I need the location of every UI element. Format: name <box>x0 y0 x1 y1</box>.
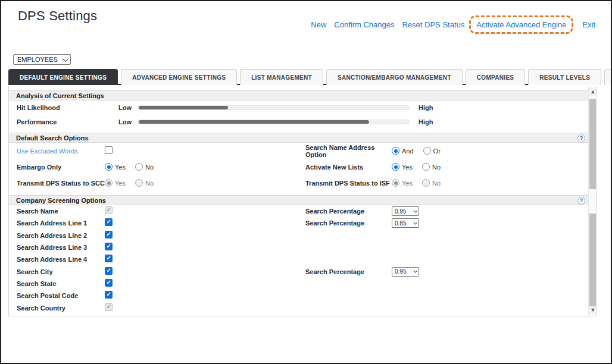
search-state-checkbox[interactable] <box>105 279 113 287</box>
dps-settings-window: DPS Settings New Confirm Changes Reset D… <box>0 0 612 364</box>
slider-label: Performance <box>17 118 118 125</box>
action-bar: New Confirm Changes Reset DPS Status Act… <box>303 15 595 34</box>
use-excluded-words-checkbox[interactable] <box>105 146 113 154</box>
confirm-changes-link[interactable]: Confirm Changes <box>334 20 394 29</box>
tab-default-engine-settings[interactable]: DEFAULT ENGINE SETTINGS <box>8 69 118 85</box>
radio-label: Yes <box>115 164 126 171</box>
radio-yes[interactable] <box>392 163 399 171</box>
search-address-line-4-checkbox[interactable] <box>105 255 113 262</box>
search-address-line-4-label: Search Address Line 4 <box>17 256 105 263</box>
exit-link[interactable]: Exit <box>582 20 595 29</box>
tab-result-levels[interactable]: RESULT LEVELS <box>528 69 601 85</box>
radio-or[interactable] <box>423 147 431 155</box>
screening-row: Search Address Line 1 Search Percentage … <box>9 217 588 229</box>
radio-and[interactable] <box>392 147 399 155</box>
search-address-line-1-checkbox[interactable] <box>105 218 113 226</box>
radio-label: No <box>145 180 154 187</box>
radio-no[interactable] <box>422 163 430 171</box>
high-label: High <box>410 118 588 125</box>
screening-row: Search Name Search Percentage 0.95 <box>9 205 588 217</box>
section-header-default-search: Default Search Options ? <box>9 133 588 143</box>
tab-list-management[interactable]: LIST MANAGEMENT <box>240 69 323 85</box>
vertical-scrollbar[interactable] <box>588 86 596 316</box>
search-postal-code-label: Search Postal Code <box>17 292 105 299</box>
entity-type-select[interactable]: EMPLOYEES <box>13 54 71 65</box>
option-row: Use Excluded Words Search Name Address O… <box>9 143 588 159</box>
search-percentage-select[interactable]: 0.95 <box>392 206 419 216</box>
search-country-checkbox-disabled <box>105 303 113 311</box>
radio-label: Yes <box>402 180 413 187</box>
hit-likelihood-meter <box>138 105 410 110</box>
search-name-address-option-label: Search Name Address Option <box>305 144 392 158</box>
tab-companies[interactable]: COMPANIES <box>466 69 526 85</box>
radio-label: Yes <box>402 164 413 171</box>
search-percentage-label: Search Percentage <box>305 208 392 215</box>
screening-row: Search Country <box>9 302 588 313</box>
option-row: Embargo Only Yes No Activate New Lists Y… <box>9 159 588 175</box>
activate-new-lists-label: Activate New Lists <box>305 164 392 171</box>
section-header-analysis: Analysis of Current Settings <box>9 90 588 101</box>
search-postal-code-checkbox[interactable] <box>105 291 113 299</box>
slider-row-performance: Performance Low High <box>9 115 588 129</box>
scrollbar-thumb[interactable] <box>589 99 596 189</box>
screening-row: Search Postal Code <box>9 290 588 302</box>
screening-row: Search Address Line 2 <box>9 230 588 241</box>
section-header-company-screening: Company Screening Options ? <box>9 195 588 205</box>
scrollbar-thumb[interactable] <box>589 214 596 307</box>
radio-no-disabled <box>135 179 143 187</box>
help-icon[interactable]: ? <box>577 134 585 142</box>
search-address-line-2-checkbox[interactable] <box>105 231 113 239</box>
tab-sanction-embargo-management[interactable]: SANCTION/EMBARGO MANAGEMENT <box>326 69 463 85</box>
tab-bar: DEFAULT ENGINE SETTINGS ADVANCED ENGINE … <box>8 69 597 85</box>
search-percentage-label: Search Percentage <box>305 219 392 227</box>
performance-meter <box>138 120 410 124</box>
meter-fill <box>139 120 369 124</box>
embargo-only-radio-group: Yes No <box>105 163 305 171</box>
slider-row-hit-likelihood: Hit Likelihood Low High <box>9 101 588 115</box>
tab-advanced-engine-settings[interactable]: ADVANCED ENGINE SETTINGS <box>121 69 237 85</box>
radio-label: No <box>145 164 154 171</box>
search-address-line-3-checkbox[interactable] <box>105 243 113 250</box>
transmit-dps-status-isf-radio-group: Yes No <box>392 179 588 187</box>
select-value: 0.95 <box>395 208 413 215</box>
section-title: Default Search Options <box>16 134 89 142</box>
section-analysis: Analysis of Current Settings Hit Likelih… <box>9 90 588 129</box>
scroll-up-button[interactable] <box>589 88 596 96</box>
search-percentage-select[interactable]: 0.85 <box>392 218 419 228</box>
section-default-search-options: Default Search Options ? Use Excluded Wo… <box>9 133 588 191</box>
low-label: Low <box>118 104 138 111</box>
activate-advanced-engine-link[interactable]: Activate Advanced Engine <box>476 20 566 29</box>
screening-row: Search Address Line 4 <box>9 253 588 265</box>
reset-dps-status-link[interactable]: Reset DPS Status <box>402 20 464 29</box>
meter-fill <box>139 106 228 109</box>
chevron-down-icon <box>413 208 417 212</box>
radio-no[interactable] <box>135 163 143 171</box>
option-row: Transmit DPS Status to SCC Yes No Transm… <box>9 175 588 191</box>
high-label: High <box>410 104 588 111</box>
new-link[interactable]: New <box>311 20 326 29</box>
help-icon[interactable]: ? <box>577 197 585 205</box>
tab-escalation[interactable]: ESCALATION <box>604 69 612 85</box>
page-title: DPS Settings <box>18 8 97 24</box>
section-title: Company Screening Options <box>16 197 106 204</box>
section-company-screening-options: Company Screening Options ? Search Name … <box>9 195 588 314</box>
search-name-checkbox-disabled <box>105 206 113 214</box>
embargo-only-label: Embargo Only <box>17 164 105 171</box>
use-excluded-words-link[interactable]: Use Excluded Words <box>17 148 105 155</box>
entity-type-value: EMPLOYEES <box>17 56 63 63</box>
activate-advanced-engine-highlight: Activate Advanced Engine <box>469 15 573 34</box>
transmit-dps-status-scc-label: Transmit DPS Status to SCC <box>17 180 105 187</box>
select-value: 0.85 <box>395 220 413 227</box>
select-value: 0.95 <box>395 268 413 275</box>
radio-label: And <box>402 148 414 155</box>
search-percentage-select[interactable]: 0.95 <box>392 267 419 277</box>
search-address-line-3-label: Search Address Line 3 <box>17 244 105 251</box>
radio-label: No <box>432 164 441 171</box>
search-city-checkbox[interactable] <box>105 267 113 275</box>
scroll-down-button[interactable] <box>589 306 596 314</box>
activate-new-lists-radio-group: Yes No <box>392 163 588 171</box>
radio-yes[interactable] <box>105 163 113 171</box>
radio-no-disabled <box>422 179 430 187</box>
radio-label: Yes <box>115 180 126 187</box>
section-title: Analysis of Current Settings <box>16 92 104 99</box>
